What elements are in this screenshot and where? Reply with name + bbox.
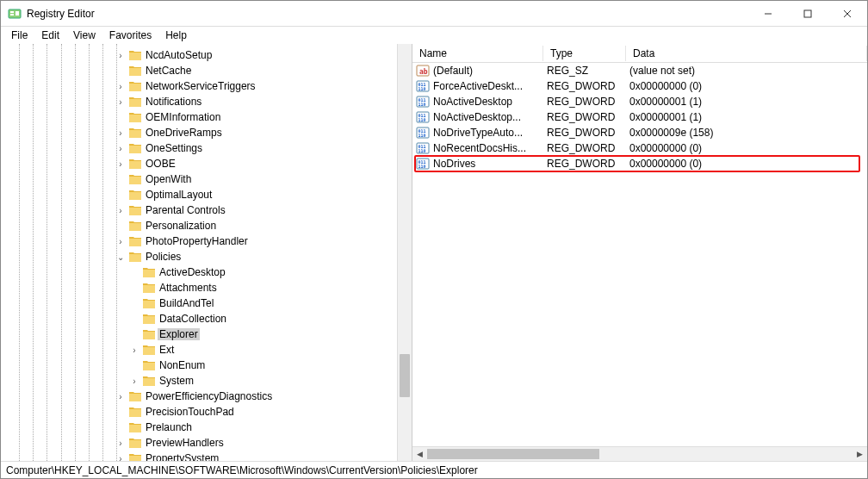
tree-item[interactable]: OptimalLayout — [1, 187, 397, 202]
hscroll-thumb[interactable] — [427, 449, 599, 459]
tree-item[interactable]: OEMInformation — [1, 109, 397, 125]
menu-file[interactable]: File — [4, 28, 34, 42]
tree-item[interactable]: PrecisionTouchPad — [1, 404, 397, 420]
expand-toggle-icon[interactable]: › — [115, 82, 127, 91]
svg-text:110: 110 — [418, 117, 426, 122]
list-row[interactable]: 011110 ForceActiveDeskt...REG_DWORD0x000… — [412, 78, 867, 94]
hscroll-track[interactable] — [427, 447, 852, 461]
value-type: REG_DWORD — [547, 96, 629, 108]
tree-item-label: OpenWith — [144, 173, 193, 185]
menu-help[interactable]: Help — [158, 28, 194, 42]
window-title: Registry Editor — [27, 8, 748, 20]
tree-item[interactable]: › OOBE — [1, 156, 397, 171]
folder-icon — [142, 328, 156, 340]
list-hscrollbar[interactable]: ◀ ▶ — [412, 446, 867, 461]
tree-item[interactable]: OpenWith — [1, 171, 397, 187]
tree-item[interactable]: ⌄ Policies — [1, 249, 397, 264]
expand-toggle-icon[interactable]: › — [128, 345, 140, 355]
value-data: (value not set) — [629, 65, 867, 77]
tree-item-label: Personalization — [144, 220, 218, 232]
tree-item[interactable]: Explorer — [1, 327, 397, 342]
list-row[interactable]: 011110 NoDrivesREG_DWORD0x00000000 (0) — [412, 156, 867, 171]
title-bar[interactable]: Registry Editor — [1, 1, 867, 27]
tree-item[interactable]: › PhotoPropertyHandler — [1, 233, 397, 249]
expand-toggle-icon[interactable]: › — [115, 237, 127, 246]
value-name: (Default) — [433, 65, 547, 77]
folder-icon — [128, 406, 142, 418]
tree-item[interactable]: › System — [1, 373, 397, 389]
tree-item[interactable]: Prelaunch — [1, 420, 397, 435]
tree-item[interactable]: › PowerEfficiencyDiagnostics — [1, 389, 397, 404]
expand-toggle-icon[interactable]: › — [115, 439, 127, 448]
list-body: ab (Default)REG_SZ(value not set) 011110… — [412, 63, 867, 446]
value-type: REG_DWORD — [547, 158, 629, 170]
folder-icon — [142, 344, 156, 356]
expand-toggle-icon[interactable]: ⌄ — [115, 252, 127, 262]
reg-string-icon: ab — [416, 64, 430, 78]
tree-item-label: OneDriveRamps — [144, 127, 224, 139]
tree-item[interactable]: › Ext — [1, 342, 397, 358]
expand-toggle-icon[interactable]: › — [128, 376, 140, 386]
app-icon — [8, 7, 22, 21]
expand-toggle-icon[interactable]: › — [115, 97, 127, 107]
expand-toggle-icon[interactable]: › — [115, 454, 127, 462]
tree-item[interactable]: › OneSettings — [1, 140, 397, 156]
expand-toggle-icon[interactable]: › — [115, 144, 127, 153]
tree-item[interactable]: › OneDriveRamps — [1, 125, 397, 140]
tree-vscroll-thumb[interactable] — [400, 354, 410, 397]
hscroll-left-arrow-icon[interactable]: ◀ — [412, 447, 427, 462]
tree-item[interactable]: › NcdAutoSetup — [1, 47, 397, 63]
tree-item[interactable]: NetCache — [1, 63, 397, 78]
reg-dword-icon: 011110 — [416, 110, 430, 124]
tree-item[interactable]: BuildAndTel — [1, 295, 397, 311]
menu-edit[interactable]: Edit — [34, 28, 66, 42]
tree-item[interactable]: Attachments — [1, 280, 397, 295]
tree-item[interactable]: DataCollection — [1, 311, 397, 327]
list-row[interactable]: ab (Default)REG_SZ(value not set) — [412, 63, 867, 78]
list-col-type[interactable]: Type — [543, 46, 626, 61]
value-name: ForceActiveDeskt... — [433, 80, 547, 92]
tree-item-label: Attachments — [158, 282, 219, 294]
menu-view[interactable]: View — [66, 28, 102, 42]
close-button[interactable] — [828, 1, 867, 27]
tree-vscrollbar[interactable] — [397, 44, 412, 461]
tree-item[interactable]: › PropertySystem — [1, 451, 397, 461]
value-name: NoDriveTypeAuto... — [433, 127, 547, 139]
expand-toggle-icon[interactable]: › — [115, 159, 127, 169]
tree-item-label: Prelaunch — [144, 421, 194, 433]
tree-item[interactable]: NonEnum — [1, 358, 397, 373]
list-row[interactable]: 011110 NoRecentDocsHis...REG_DWORD0x0000… — [412, 140, 867, 156]
list-row[interactable]: 011110 NoDriveTypeAuto...REG_DWORD0x0000… — [412, 125, 867, 140]
list-col-data[interactable]: Data — [626, 46, 867, 61]
tree-item[interactable]: Personalization — [1, 218, 397, 233]
value-data: 0x00000000 (0) — [629, 142, 867, 154]
minimize-button[interactable] — [748, 1, 788, 27]
tree-item-label: NcdAutoSetup — [144, 49, 214, 61]
tree-item[interactable]: › Notifications — [1, 94, 397, 109]
maximize-button[interactable] — [788, 1, 828, 27]
tree-item-label: PreviewHandlers — [144, 437, 226, 449]
expand-toggle-icon[interactable]: › — [115, 128, 127, 138]
expand-toggle-icon[interactable]: › — [115, 206, 127, 215]
reg-dword-icon: 011110 — [416, 141, 430, 155]
tree-item-label: PropertySystem — [144, 452, 220, 461]
list-col-name[interactable]: Name — [412, 46, 543, 61]
tree-item-label: Explorer — [158, 328, 200, 340]
reg-dword-icon: 011110 — [416, 126, 430, 140]
tree-item-label: ActiveDesktop — [158, 266, 227, 278]
svg-rect-1 — [10, 11, 14, 13]
tree-item[interactable]: ActiveDesktop — [1, 264, 397, 280]
svg-text:110: 110 — [418, 102, 426, 107]
expand-toggle-icon[interactable]: › — [115, 51, 127, 60]
value-type: REG_DWORD — [547, 111, 629, 123]
list-row[interactable]: 011110 NoActiveDesktop...REG_DWORD0x0000… — [412, 109, 867, 125]
hscroll-right-arrow-icon[interactable]: ▶ — [852, 447, 867, 462]
list-row[interactable]: 011110 NoActiveDesktopREG_DWORD0x0000000… — [412, 94, 867, 109]
tree-item[interactable]: › NetworkServiceTriggers — [1, 78, 397, 94]
tree-item[interactable]: › Parental Controls — [1, 202, 397, 218]
tree-item[interactable]: › PreviewHandlers — [1, 435, 397, 451]
folder-icon — [128, 111, 142, 123]
expand-toggle-icon[interactable]: › — [115, 392, 127, 401]
menu-favorites[interactable]: Favorites — [102, 28, 158, 42]
svg-text:ab: ab — [419, 68, 428, 76]
